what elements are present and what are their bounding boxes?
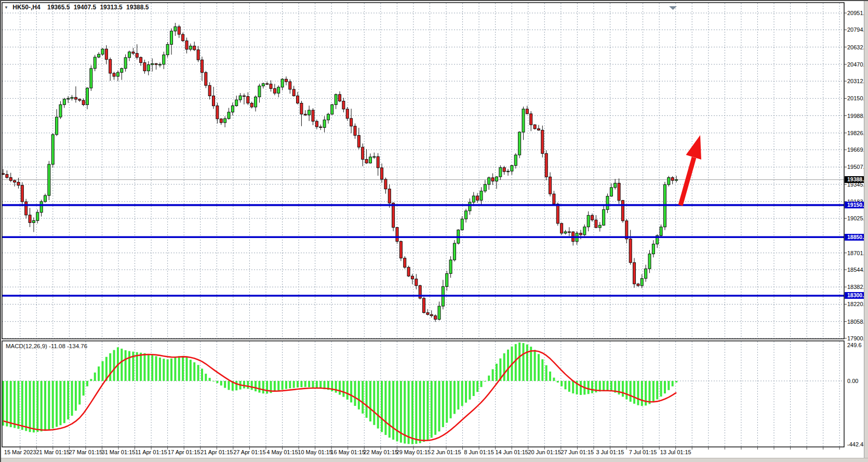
macd-bar — [297, 381, 299, 388]
macd-bar — [136, 352, 138, 381]
candle — [426, 313, 429, 315]
candle — [621, 201, 624, 221]
candle — [67, 98, 70, 99]
candle — [381, 168, 383, 179]
candle — [312, 110, 314, 121]
candle — [109, 59, 112, 73]
macd-bar — [94, 373, 96, 381]
macd-bar — [247, 381, 249, 389]
candle — [606, 196, 609, 210]
window-bottom-edge — [1, 458, 868, 462]
candle — [243, 96, 245, 96]
macd-bar — [633, 381, 635, 404]
macd-bar — [255, 381, 257, 391]
macd-bar — [33, 381, 35, 432]
macd-bar — [587, 381, 590, 394]
macd-bar — [143, 353, 145, 381]
candle — [178, 27, 180, 34]
candle — [140, 57, 142, 62]
macd-bar — [446, 381, 448, 423]
macd-bar — [285, 381, 287, 389]
candle — [174, 27, 177, 31]
candle — [331, 104, 333, 114]
macd-bar — [155, 356, 157, 381]
macd-bar — [29, 381, 31, 432]
candle — [6, 175, 8, 178]
candle — [362, 147, 364, 160]
candle — [598, 225, 601, 228]
macd-bar — [526, 345, 528, 381]
macd-bar — [21, 381, 23, 430]
macd-bar — [591, 381, 593, 393]
candle — [404, 258, 406, 268]
candle — [147, 64, 150, 71]
candle — [193, 46, 196, 50]
candle — [392, 203, 395, 228]
macd-bar — [518, 342, 520, 381]
macd-bar — [419, 381, 421, 443]
candle — [86, 88, 89, 104]
support-resistance-levels[interactable] — [2, 205, 844, 296]
candle — [59, 104, 62, 117]
candle — [255, 97, 257, 107]
macd-bar — [163, 359, 165, 381]
macd-bar — [59, 381, 61, 425]
macd-bar — [71, 381, 73, 416]
candle — [365, 160, 368, 163]
macd-bar — [140, 353, 142, 381]
candle — [633, 262, 636, 284]
candle — [537, 129, 540, 130]
candle — [472, 196, 475, 202]
candle — [423, 298, 425, 313]
macd-bar — [672, 381, 674, 386]
macd-bar — [572, 381, 574, 393]
macd-bar — [262, 381, 264, 393]
macd-bar — [453, 381, 456, 414]
candle — [495, 177, 498, 181]
candle — [503, 168, 505, 172]
macd-bar — [438, 381, 440, 431]
macd-bar — [426, 381, 429, 440]
macd-bar — [159, 358, 161, 381]
macd-bar — [170, 359, 172, 381]
macd-bar — [316, 381, 318, 388]
macd-bar — [465, 381, 467, 403]
candle — [63, 99, 65, 105]
macd-signal — [3, 351, 676, 441]
candle — [78, 99, 81, 100]
candle — [583, 227, 586, 235]
chart-canvas[interactable] — [1, 1, 868, 462]
macd-bar — [476, 381, 478, 392]
macd-bar — [266, 381, 268, 393]
candle — [250, 103, 253, 107]
macd-bar — [358, 381, 360, 410]
candle — [273, 88, 276, 93]
trend-arrow[interactable] — [680, 135, 701, 205]
candle — [228, 112, 230, 118]
candle — [266, 84, 269, 84]
macd-bar — [568, 381, 570, 392]
dropdown-triangle-icon[interactable]: ▼ — [4, 5, 8, 10]
macd-bar — [258, 381, 260, 392]
macd-bar — [14, 381, 16, 428]
macd-bar — [216, 381, 218, 383]
macd-bar — [350, 381, 352, 402]
candle — [407, 267, 410, 276]
candle — [308, 110, 311, 115]
macd-bar — [193, 362, 195, 381]
macd-bar — [610, 381, 612, 391]
candle — [105, 49, 108, 59]
macd-bar — [121, 349, 123, 381]
candle — [90, 69, 92, 88]
candle — [518, 132, 521, 155]
macd-bar — [197, 365, 199, 381]
candle — [21, 186, 23, 202]
candle — [143, 63, 146, 71]
macd-bar — [220, 381, 222, 386]
candle — [491, 178, 494, 181]
candle — [315, 121, 318, 127]
macd-bar — [41, 381, 43, 431]
candle — [560, 223, 563, 233]
macd-bar — [52, 381, 54, 428]
macd-axis-label: 0.00 — [847, 378, 858, 384]
